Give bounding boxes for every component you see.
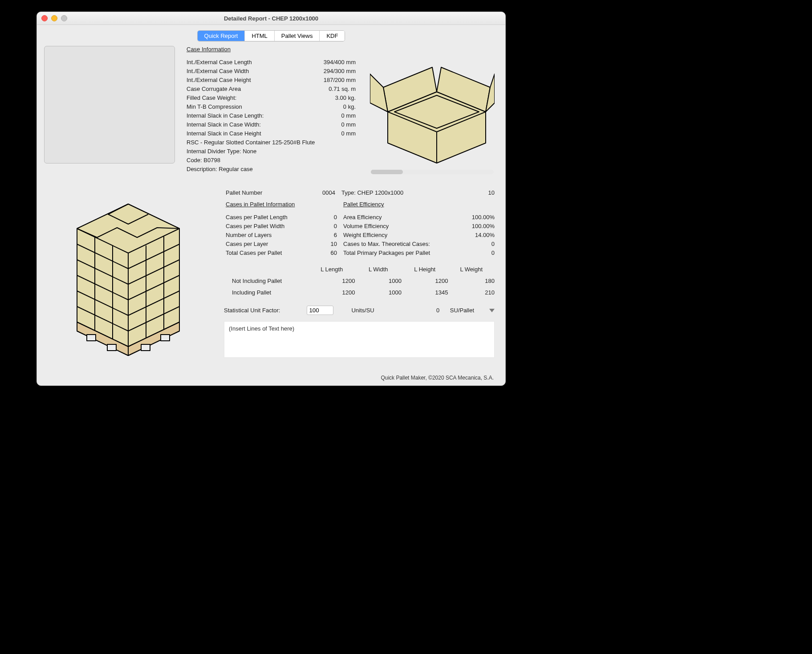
tab-quick-report[interactable]: Quick Report — [198, 31, 245, 41]
progress-bar — [371, 170, 494, 174]
label: Cases per Pallet Length — [226, 213, 288, 222]
tab-kdf[interactable]: KDF — [320, 31, 345, 41]
cell: 210 — [448, 287, 495, 298]
col-length: L Length — [309, 264, 355, 275]
cell: 1200 — [309, 275, 355, 287]
case-code: Code: B0798 — [187, 156, 356, 165]
label: Min T-B Compression — [187, 102, 242, 111]
pallet-type-value: 10 — [488, 188, 495, 197]
label: Total Primary Packages per Pallet — [343, 249, 430, 258]
tab-bar: Quick Report HTML Pallet Views KDF — [37, 25, 505, 46]
label: Cases per Pallet Width — [226, 222, 284, 231]
label: Internal Slack in Case Length: — [187, 111, 264, 120]
label: Area Efficiency — [343, 213, 382, 222]
label: Weight Efficiency — [343, 231, 387, 240]
case-desc: Description: Regular case — [187, 165, 356, 174]
tab-pallet-views[interactable]: Pallet Views — [275, 31, 320, 41]
label: Case Corrugate Area — [187, 85, 241, 94]
row-label: Including Pallet — [224, 287, 309, 298]
value: 0 — [334, 222, 337, 231]
label: Number of Layers — [226, 231, 272, 240]
value: 6 — [334, 231, 337, 240]
tab-html[interactable]: HTML — [245, 31, 274, 41]
label: Cases per Layer — [226, 240, 268, 249]
value: 0 — [334, 213, 337, 222]
su-pallet-label: SU/Pallet — [450, 307, 474, 314]
su-pallet-value: 0 — [436, 307, 439, 314]
value: 0 — [491, 240, 495, 249]
footer-text: Quick Pallet Maker, ©2020 SCA Mecanica, … — [381, 375, 494, 381]
value: 60 — [331, 249, 337, 258]
cell: 1200 — [309, 287, 355, 298]
stat-unit-label: Statistical Unit Factor: — [224, 307, 280, 314]
label: Cases to Max. Theoretical Cases: — [343, 240, 430, 249]
case-rsc: RSC - Regular Slotted Container 125-250#… — [187, 138, 356, 147]
svg-rect-30 — [161, 335, 170, 341]
svg-rect-29 — [141, 344, 150, 351]
label: Int./External Case Width — [187, 67, 249, 76]
value: 0 — [491, 249, 495, 258]
value: 14.00% — [475, 231, 495, 240]
svg-rect-27 — [87, 335, 96, 341]
titlebar: Detailed Report - CHEP 1200x1000 — [37, 12, 505, 25]
value: 0 mm — [341, 129, 356, 138]
col-width: L Width — [355, 264, 402, 275]
col-weight: L Weight — [448, 264, 495, 275]
pallet-number-label: Pallet Number — [224, 188, 262, 197]
pallet-number: 0004 — [322, 188, 335, 197]
value: 394/400 mm — [324, 58, 356, 67]
label: Filled Case Weight: — [187, 94, 236, 102]
report-window: Detailed Report - CHEP 1200x1000 Quick R… — [37, 12, 506, 386]
pallet-efficiency-title: Pallet Efficiency — [337, 201, 495, 208]
label: Int./External Case Height — [187, 76, 251, 85]
value: 10 — [331, 240, 337, 249]
value: 0 kg. — [343, 102, 356, 111]
value: 0 mm — [341, 111, 356, 120]
cases-in-pallet-title: Cases in Pallet Information — [224, 201, 337, 208]
window-title: Detailed Report - CHEP 1200x1000 — [37, 15, 505, 22]
label: Internal Slack in Case Width: — [187, 120, 261, 129]
cell: 1000 — [355, 287, 402, 298]
col-height: L Height — [402, 264, 448, 275]
stat-unit-input[interactable] — [307, 306, 333, 315]
cell: 180 — [448, 275, 495, 287]
value: 294/300 mm — [324, 67, 356, 76]
units-su-label: Units/SU — [351, 307, 374, 314]
label: Int./External Case Length — [187, 58, 252, 67]
notes-textarea[interactable]: (Insert Lines of Text here) — [224, 321, 495, 358]
cell: 1345 — [402, 287, 448, 298]
pallet-type-label: Type: CHEP 1200x1000 — [341, 188, 403, 197]
load-dimensions-table: L Length L Width L Height L Weight Not I… — [224, 264, 495, 298]
label: Internal Slack in Case Height — [187, 129, 261, 138]
svg-rect-28 — [107, 344, 116, 351]
chevron-down-icon[interactable] — [489, 309, 495, 312]
progress-fill — [371, 170, 403, 174]
value: 100.00% — [472, 222, 495, 231]
pallet-illustration — [46, 180, 206, 362]
case-information: Case Information Int./External Case Leng… — [187, 46, 356, 174]
value: 100.00% — [472, 213, 495, 222]
value: 0 mm — [341, 120, 356, 129]
label: Total Cases per Pallet — [226, 249, 282, 258]
value: 3.00 kg. — [335, 94, 356, 102]
case-preview-placeholder — [44, 46, 175, 164]
case-divider: Internal Divider Type: None — [187, 147, 356, 156]
case-info-title: Case Information — [187, 46, 356, 53]
value: 0.71 sq. m — [329, 85, 356, 94]
cell: 1200 — [402, 275, 448, 287]
case-box-illustration — [370, 49, 495, 165]
row-label: Not Including Pallet — [224, 275, 309, 287]
cell: 1000 — [355, 275, 402, 287]
value: 187/200 mm — [324, 76, 356, 85]
label: Volume Efficiency — [343, 222, 389, 231]
